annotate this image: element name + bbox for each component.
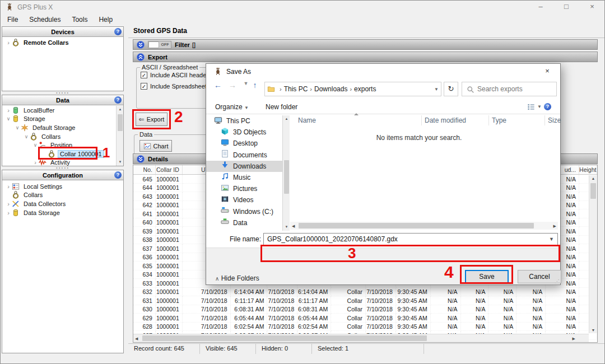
tree-item-collars[interactable]: ∨Collars <box>2 132 115 141</box>
export-section-bar[interactable]: Export <box>133 52 598 62</box>
scroll-left-arrow[interactable]: ◀ <box>135 337 138 341</box>
view-options-icon[interactable] <box>527 103 535 111</box>
column-header-height[interactable]: Height <box>579 165 597 174</box>
breadcrumb-downloads[interactable]: Downloads <box>314 85 347 93</box>
scroll-right-arrow[interactable]: ▶ <box>573 337 575 341</box>
tree-item-label[interactable]: Collars <box>22 192 44 198</box>
nav-item-label[interactable]: This PC <box>226 117 250 125</box>
column-header-name[interactable]: Name <box>298 116 316 124</box>
breadcrumb-this-pc[interactable]: This PC <box>284 85 308 93</box>
data-tree-scrollbar[interactable]: ▲ ▼ <box>116 106 123 166</box>
menu-schedules[interactable]: Schedules <box>24 15 66 25</box>
collapse-arrow-icon[interactable]: ∨ <box>32 142 38 148</box>
nav-item-label[interactable]: Music <box>233 174 250 181</box>
nav-scrollbar[interactable]: ▲ ▼ <box>282 115 290 231</box>
nav-item-windows-c-[interactable]: Windows (C:) <box>206 206 282 217</box>
expand-arrow-icon[interactable]: › <box>6 183 11 190</box>
nav-item-label[interactable]: Documents <box>233 151 267 159</box>
nav-item-downloads[interactable]: Downloads <box>206 161 282 172</box>
tree-item-data-storage[interactable]: ›Data Storage <box>2 208 123 217</box>
refresh-button[interactable]: ↻ <box>444 82 458 96</box>
file-name-input[interactable]: GPS_Collar1000001_20220706140807.gdx ▼ <box>263 233 558 245</box>
include-spreadsheet-header-checkbox[interactable]: ✓ <box>141 83 147 90</box>
column-header-collar-id[interactable]: Collar ID <box>156 165 183 174</box>
tree-item-label[interactable]: Collars <box>40 133 62 140</box>
address-bar[interactable]: ›This PC›Downloads›exports ▼ <box>264 82 441 96</box>
column-header-no-[interactable]: No. <box>133 165 156 174</box>
view-dropdown-icon[interactable]: ▼ <box>537 104 542 109</box>
collapse-chevron-icon[interactable] <box>137 155 145 163</box>
collapse-arrow-icon[interactable]: ∨ <box>15 125 20 130</box>
collapse-chevron-icon[interactable] <box>137 41 145 49</box>
address-dropdown-icon[interactable]: ▼ <box>434 87 439 92</box>
tree-item-data-collectors[interactable]: ›Data Collectors <box>2 199 123 208</box>
help-icon[interactable]: ? <box>114 171 122 179</box>
nav-item-label[interactable]: Windows (C:) <box>233 208 273 216</box>
expand-chevron-icon[interactable] <box>137 53 145 61</box>
table-row[interactable]: 62910000017/10/20186:05:44 AM7/10/20186:… <box>133 314 597 323</box>
scroll-down-arrow[interactable]: ▼ <box>589 328 597 332</box>
nav-item-label[interactable]: Pictures <box>233 185 257 193</box>
up-button[interactable]: ↑ <box>249 81 261 90</box>
organize-button[interactable]: Organize ▼ <box>215 103 249 111</box>
table-row[interactable]: 62810000017/10/20186:02:54 AM7/10/20186:… <box>133 323 597 332</box>
chevron-down-icon[interactable]: ▼ <box>549 236 554 242</box>
tree-item-label[interactable]: Default Storage <box>31 124 77 131</box>
filter-toggle[interactable]: OFF <box>148 41 171 49</box>
dialog-close-button[interactable]: × <box>534 64 560 79</box>
table-row[interactable]: 63210000017/10/20186:14:04 AM7/10/20186:… <box>133 288 597 297</box>
tree-item-localbuffer[interactable]: ›LocalBuffer <box>2 106 115 115</box>
expand-arrow-icon[interactable]: › <box>6 107 11 114</box>
nav-item-videos[interactable]: Videos <box>206 194 282 206</box>
help-icon[interactable]: ? <box>544 103 551 110</box>
tree-item-label[interactable]: Data Collectors <box>22 200 67 207</box>
resize-grip[interactable]: ⋰ <box>555 279 559 284</box>
minimize-button[interactable]: – <box>528 1 553 14</box>
column-header-date-modified[interactable]: Date modified <box>425 116 466 124</box>
nav-item-this-pc[interactable]: This PC <box>206 115 282 127</box>
forward-button[interactable]: → <box>226 81 239 90</box>
tree-item-storage[interactable]: ∨Storage <box>2 115 115 124</box>
chart-button[interactable]: Chart <box>139 140 172 152</box>
tree-item-label[interactable]: Storage <box>22 115 47 122</box>
hide-folders-button[interactable]: ∧ Hide Folders <box>215 274 259 282</box>
close-button[interactable]: × <box>580 1 604 14</box>
new-folder-button[interactable]: New folder <box>266 103 297 111</box>
nav-item-label[interactable]: Videos <box>233 196 253 204</box>
tree-item-label[interactable]: Local Settings <box>22 183 64 190</box>
menu-tools[interactable]: Tools <box>66 15 93 25</box>
help-icon[interactable]: ? <box>114 28 122 35</box>
tree-item-local-settings[interactable]: ›Local Settings <box>2 182 123 191</box>
maximize-button[interactable]: □ <box>554 1 579 14</box>
nav-item-label[interactable]: Desktop <box>233 139 258 147</box>
help-icon[interactable]: ? <box>114 96 122 104</box>
table-row[interactable]: 63010000017/10/20186:08:31 AM7/10/20186:… <box>133 305 597 314</box>
filter-section-bar[interactable]: OFF Filter [] <box>133 39 598 50</box>
tree-item-default-storage[interactable]: ∨Default Storage <box>2 123 115 132</box>
nav-item-label[interactable]: Data <box>233 219 247 227</box>
search-box[interactable]: Search exports <box>462 82 557 96</box>
scroll-up-arrow[interactable]: ▲ <box>589 176 597 180</box>
tree-item-remote-collars[interactable]: ›Remote Collars <box>2 38 123 47</box>
nav-item-label[interactable]: 3D Objects <box>233 128 266 136</box>
expand-arrow-icon[interactable]: › <box>32 159 38 166</box>
nav-item-data[interactable]: Data <box>206 217 282 228</box>
tree-item-label[interactable]: LocalBuffer <box>22 107 56 114</box>
expand-arrow-icon[interactable]: › <box>6 39 11 46</box>
nav-item-3d-objects[interactable]: 3D Objects <box>206 127 282 138</box>
nav-item-desktop[interactable]: Desktop <box>206 138 282 149</box>
table-row[interactable]: 63110000017/10/20186:11:17 AM7/10/20186:… <box>133 296 597 305</box>
breadcrumb-exports[interactable]: exports <box>354 85 376 93</box>
list-horizontal-scrollbar[interactable]: ◀ ▶ <box>290 222 558 230</box>
table-horizontal-scrollbar[interactable]: ◀ ▶ <box>133 334 589 342</box>
collapse-arrow-icon[interactable]: ∨ <box>24 134 29 139</box>
nav-item-pictures[interactable]: Pictures <box>206 183 282 194</box>
nav-item-documents[interactable]: Documents <box>206 150 282 161</box>
collapse-arrow-icon[interactable]: ∨ <box>6 116 11 122</box>
column-header-type[interactable]: Type <box>492 116 506 124</box>
tree-item-collars[interactable]: Collars <box>2 191 123 200</box>
expand-arrow-icon[interactable]: › <box>6 200 11 207</box>
nav-item-label[interactable]: Downloads <box>233 162 266 170</box>
expand-arrow-icon[interactable]: › <box>6 209 11 216</box>
back-button[interactable]: ← <box>212 81 224 90</box>
